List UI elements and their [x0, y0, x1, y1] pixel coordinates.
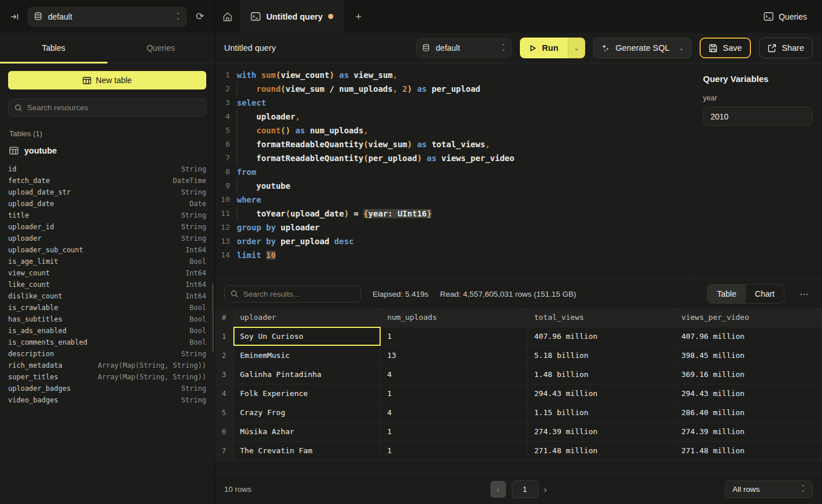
- toolbar-database-selector[interactable]: default ⌃⌄: [416, 38, 512, 58]
- cell[interactable]: 4: [381, 403, 528, 422]
- refresh-button[interactable]: ⟳: [192, 9, 207, 24]
- schema-column-row[interactable]: view_countInt64: [8, 267, 206, 279]
- schema-column-row[interactable]: super_titlesArray(Map(String, String)): [8, 371, 206, 383]
- code-line[interactable]: 4 uploader,: [215, 110, 693, 124]
- query-tab-untitled[interactable]: Untitled query: [240, 0, 344, 33]
- code-line[interactable]: 14limit 10: [215, 248, 693, 262]
- resource-search[interactable]: [8, 99, 206, 117]
- code-line[interactable]: 9 youtube: [215, 179, 693, 193]
- cell[interactable]: 271.48 million: [675, 441, 822, 460]
- cell[interactable]: The Crevatin Fam: [233, 441, 381, 460]
- view-tab-chart[interactable]: Chart: [746, 285, 784, 303]
- code-line[interactable]: 7 formatReadableQuantity(per_upload) as …: [215, 151, 693, 165]
- schema-column-row[interactable]: dislike_countInt64: [8, 290, 206, 302]
- cell[interactable]: 274.39 million: [675, 422, 822, 441]
- code-line[interactable]: 11 toYear(upload_date) = {year: UInt16}: [215, 207, 693, 221]
- cell[interactable]: 407.96 million: [527, 327, 675, 346]
- cell[interactable]: 274.39 million: [527, 422, 675, 441]
- schema-column-row[interactable]: video_badgesString: [8, 394, 206, 406]
- cell[interactable]: 1: [381, 422, 528, 441]
- schema-column-row[interactable]: is_crawlableBool: [8, 302, 206, 313]
- cell[interactable]: Galinha Pintadinha: [233, 365, 381, 384]
- cell[interactable]: 398.45 million: [675, 346, 822, 365]
- schema-column-row[interactable]: is_age_limitBool: [8, 256, 206, 267]
- results-search-input[interactable]: [243, 290, 355, 298]
- cell[interactable]: 369.16 million: [675, 365, 822, 384]
- schema-column-row[interactable]: upload_date_strString: [8, 186, 206, 198]
- schema-column-row[interactable]: idString: [8, 163, 206, 175]
- generate-sql-button[interactable]: Generate SQL ⌄: [593, 38, 692, 58]
- code-line[interactable]: 8from: [215, 165, 693, 179]
- code-line[interactable]: 12group by uploader: [215, 221, 693, 234]
- cell[interactable]: EminemMusic: [233, 346, 381, 365]
- cell[interactable]: 5.18 billion: [527, 346, 675, 365]
- code-line[interactable]: 6 formatReadableQuantity(view_sum) as to…: [215, 137, 693, 151]
- cell[interactable]: 271.48 million: [527, 441, 675, 460]
- cell[interactable]: Folk Experience: [233, 384, 381, 403]
- tables-section-label: Tables (1): [9, 129, 205, 138]
- table-entry-youtube[interactable]: youtube: [8, 145, 206, 161]
- next-page-button[interactable]: ›: [544, 484, 547, 494]
- tab-tables[interactable]: Tables: [0, 33, 107, 63]
- sql-editor[interactable]: 1with sum(view_count) as view_sum,2 roun…: [215, 64, 693, 279]
- cell[interactable]: Crazy Frog: [233, 403, 381, 422]
- schema-column-row[interactable]: like_countInt64: [8, 279, 206, 290]
- results-search[interactable]: [224, 285, 361, 303]
- page-size-selector[interactable]: All rows ⌃⌄: [725, 480, 813, 498]
- schema-column-row[interactable]: fetch_dateDateTime: [8, 175, 206, 186]
- schema-column-row[interactable]: uploader_badgesString: [8, 383, 206, 394]
- resource-search-input[interactable]: [27, 103, 200, 112]
- cell[interactable]: 13: [381, 346, 528, 365]
- queries-panel-button[interactable]: Queries: [749, 0, 822, 33]
- cell[interactable]: 294.43 million: [527, 384, 675, 403]
- column-header-views_per_video[interactable]: views_per_video: [675, 308, 822, 327]
- schema-column-row[interactable]: uploader_idString: [8, 221, 206, 233]
- schema-column-row[interactable]: titleString: [8, 210, 206, 221]
- code-line[interactable]: 5 count() as num_uploads,: [215, 124, 693, 137]
- collapse-sidebar-button[interactable]: [7, 9, 22, 24]
- prev-page-button[interactable]: ‹: [490, 481, 506, 498]
- code-line[interactable]: 1with sum(view_count) as view_sum,: [215, 68, 693, 82]
- schema-column-row[interactable]: rich_metadataArray(Map(String, String)): [8, 360, 206, 371]
- schema-column-row[interactable]: upload_dateDate: [8, 198, 206, 210]
- run-options-button[interactable]: ⌄: [568, 38, 585, 58]
- cell[interactable]: 407.96 million: [675, 327, 822, 346]
- save-button[interactable]: Save: [700, 38, 751, 58]
- cell[interactable]: 1: [381, 441, 528, 460]
- code-line[interactable]: 10where: [215, 193, 693, 207]
- current-page[interactable]: 1: [512, 480, 538, 498]
- schema-column-row[interactable]: descriptionString: [8, 348, 206, 360]
- code-line[interactable]: 13order by per_upload desc: [215, 234, 693, 248]
- database-selector[interactable]: default ⌃⌄: [28, 7, 187, 27]
- new-table-button[interactable]: New table: [8, 71, 206, 89]
- column-header-uploader[interactable]: uploader: [233, 308, 381, 327]
- cell[interactable]: 1: [381, 327, 528, 346]
- column-header-total_views[interactable]: total_views: [527, 308, 675, 327]
- column-header-num_uploads[interactable]: num_uploads: [381, 308, 528, 327]
- schema-column-row[interactable]: is_comments_enabledBool: [8, 337, 206, 348]
- cell[interactable]: 294.43 million: [675, 384, 822, 403]
- run-button[interactable]: Run: [520, 38, 567, 58]
- schema-column-row[interactable]: uploader_sub_countInt64: [8, 244, 206, 256]
- code-line[interactable]: 3select: [215, 96, 693, 110]
- cell[interactable]: 286.40 million: [675, 403, 822, 422]
- cell[interactable]: 1: [381, 384, 528, 403]
- cell[interactable]: 1.48 billion: [527, 365, 675, 384]
- view-tab-table[interactable]: Table: [708, 285, 745, 303]
- home-button[interactable]: [215, 0, 240, 33]
- variable-input-year[interactable]: [703, 107, 813, 126]
- schema-column-row[interactable]: is_ads_enabledBool: [8, 325, 206, 337]
- cell[interactable]: Músika Azhar: [233, 422, 381, 441]
- share-label: Share: [782, 43, 804, 53]
- code-line[interactable]: 2 round(view_sum / num_uploads, 2) as pe…: [215, 82, 693, 96]
- cell[interactable]: 1.15 billion: [527, 403, 675, 422]
- tab-queries[interactable]: Queries: [107, 33, 215, 63]
- schema-column-row[interactable]: uploaderString: [8, 233, 206, 244]
- cell[interactable]: 4: [381, 365, 528, 384]
- cell[interactable]: Soy Un Curioso: [233, 327, 381, 346]
- schema-column-row[interactable]: has_subtitlesBool: [8, 313, 206, 325]
- new-query-tab-button[interactable]: +: [344, 0, 373, 33]
- sidebar-scrollbar[interactable]: [212, 283, 214, 352]
- share-button[interactable]: Share: [759, 38, 813, 58]
- results-more-button[interactable]: ⋯: [796, 286, 813, 302]
